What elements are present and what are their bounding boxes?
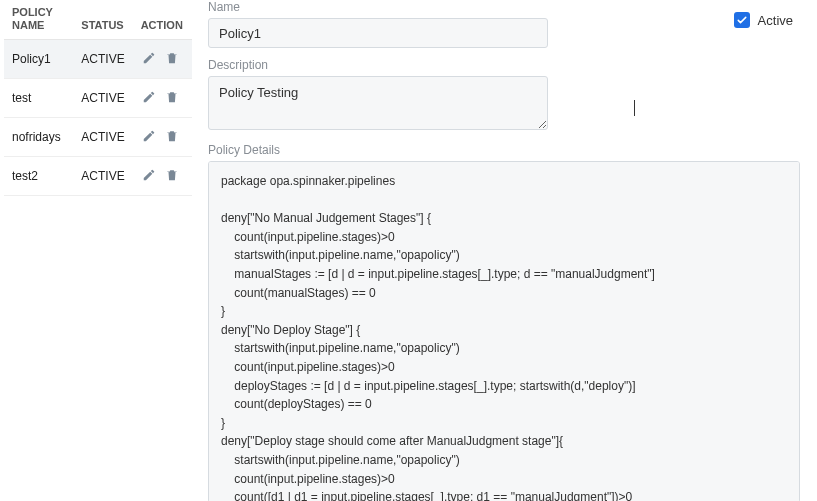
col-action: ACTION [133,0,192,40]
cell-name: Policy1 [4,40,73,79]
edit-icon[interactable] [141,128,157,144]
table-row[interactable]: nofridays ACTIVE [4,118,192,157]
policy-list-panel: POLICY NAME STATUS ACTION Policy1 ACTIVE… [0,0,198,501]
cell-status: ACTIVE [73,157,132,196]
active-toggle[interactable]: Active [734,12,793,28]
cell-name: nofridays [4,118,73,157]
policy-code-editor[interactable]: package opa.spinnaker.pipelines deny["No… [208,161,800,501]
name-input[interactable] [208,18,548,48]
cell-actions [133,157,192,196]
table-row[interactable]: Policy1 ACTIVE [4,40,192,79]
active-label: Active [758,13,793,28]
cell-status: ACTIVE [73,40,132,79]
delete-icon[interactable] [164,89,180,105]
text-cursor-icon [634,100,635,116]
table-row[interactable]: test2 ACTIVE [4,157,192,196]
name-label: Name [208,0,807,14]
delete-icon[interactable] [164,167,180,183]
cell-name: test [4,79,73,118]
delete-icon[interactable] [164,128,180,144]
cell-name: test2 [4,157,73,196]
table-row[interactable]: test ACTIVE [4,79,192,118]
edit-icon[interactable] [141,167,157,183]
checkbox-checked-icon [734,12,750,28]
description-input[interactable]: Policy Testing [208,76,548,130]
delete-icon[interactable] [164,50,180,66]
description-label: Description [208,58,807,72]
edit-icon[interactable] [141,50,157,66]
cell-status: ACTIVE [73,118,132,157]
col-status: STATUS [73,0,132,40]
cell-actions [133,118,192,157]
cell-actions [133,79,192,118]
policy-details-label: Policy Details [208,143,807,157]
policy-detail-panel: Active Name Description Policy Testing P… [198,0,817,501]
cell-status: ACTIVE [73,79,132,118]
col-policy-name: POLICY NAME [4,0,73,40]
edit-icon[interactable] [141,89,157,105]
cell-actions [133,40,192,79]
policy-table: POLICY NAME STATUS ACTION Policy1 ACTIVE… [4,0,192,196]
